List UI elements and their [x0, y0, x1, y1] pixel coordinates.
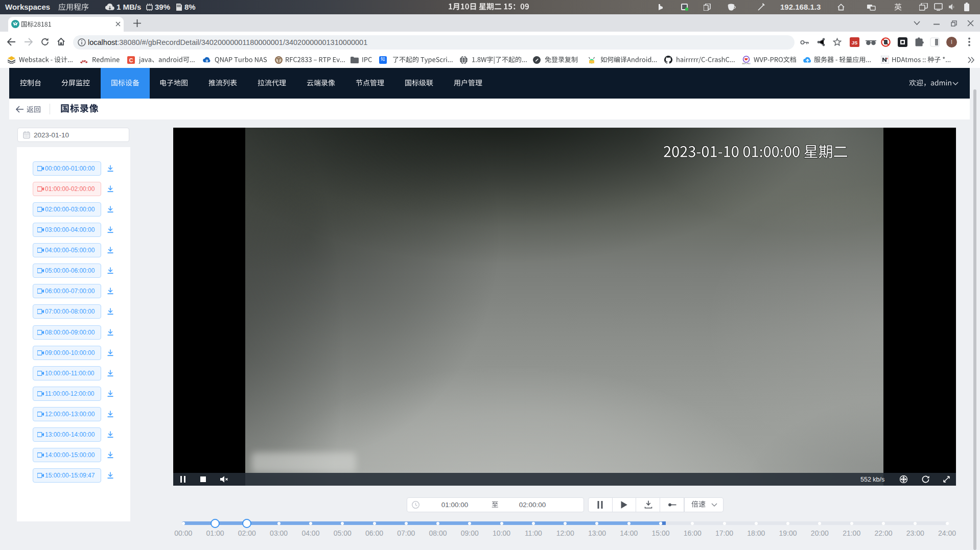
svg-text:C: C [129, 57, 133, 63]
svg-text:JS: JS [852, 40, 858, 45]
svg-text:WVP-PRO: WVP-PRO [742, 63, 751, 65]
